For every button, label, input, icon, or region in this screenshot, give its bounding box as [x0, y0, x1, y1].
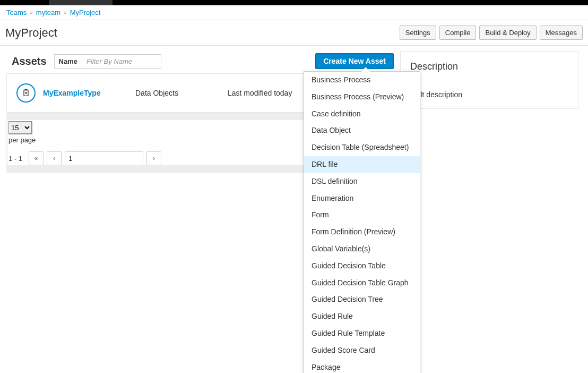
dropdown-item[interactable]: DRL file: [304, 156, 420, 173]
filter-name-input[interactable]: [82, 54, 161, 69]
compile-button[interactable]: Compile: [439, 26, 477, 40]
per-page-label: per page: [8, 136, 36, 144]
description-panel: Description fault description: [400, 51, 578, 109]
dropdown-item[interactable]: Guided Decision Table: [304, 258, 420, 275]
header-bar: MyProject Settings Compile Build & Deplo…: [0, 20, 588, 46]
dropdown-item[interactable]: Guided Decision Table Graph: [304, 275, 420, 292]
create-asset-dropdown: Business ProcessBusiness Process (Previe…: [304, 71, 420, 373]
pager-range: 1 - 1: [8, 155, 25, 163]
dropdown-item[interactable]: Form: [304, 207, 420, 224]
breadcrumb-myteam[interactable]: myteam: [36, 9, 60, 16]
pager-prev-button[interactable]: ‹: [47, 151, 62, 165]
app-top-bar: [0, 0, 588, 5]
dropdown-item[interactable]: Data Object: [304, 122, 420, 139]
dropdown-caret-icon: [361, 67, 370, 72]
data-object-icon: [16, 83, 36, 103]
asset-type: Data Objects: [135, 89, 220, 97]
page-title: MyProject: [5, 26, 57, 40]
build-deploy-button[interactable]: Build & Deploy: [479, 26, 536, 40]
dropdown-item[interactable]: Form Definition (Preview): [304, 224, 420, 241]
dropdown-item[interactable]: Case definition: [304, 106, 420, 123]
asset-modified: Last modified today: [228, 89, 292, 97]
chevron-right-icon: »: [30, 10, 33, 15]
dropdown-item[interactable]: Business Process (Preview): [304, 89, 420, 106]
messages-button[interactable]: Messages: [540, 26, 583, 40]
top-bar-active-tab: [49, 0, 113, 5]
dropdown-item[interactable]: Package: [304, 359, 420, 373]
settings-button[interactable]: Settings: [400, 26, 436, 40]
description-title: Description: [410, 61, 568, 72]
dropdown-item[interactable]: Guided Rule: [304, 308, 420, 325]
chevron-right-icon: »: [64, 10, 67, 15]
filter-group: Name: [54, 54, 161, 69]
create-new-asset-button[interactable]: Create New Asset: [315, 53, 394, 69]
dropdown-item[interactable]: Global Variable(s): [304, 241, 420, 258]
asset-name-link[interactable]: MyExampleType: [43, 89, 128, 97]
description-text: fault description: [410, 90, 568, 99]
breadcrumb-myproject[interactable]: MyProject: [70, 9, 101, 16]
dropdown-item[interactable]: DSL definition: [304, 173, 420, 190]
breadcrumb: Teams » myteam » MyProject: [0, 5, 588, 20]
pager-next-button[interactable]: ›: [146, 151, 161, 165]
dropdown-item[interactable]: Guided Rule Template: [304, 325, 420, 342]
pager-first-button[interactable]: «: [29, 151, 44, 165]
dropdown-item[interactable]: Enumeration: [304, 190, 420, 207]
breadcrumb-teams[interactable]: Teams: [6, 9, 27, 16]
dropdown-item[interactable]: Guided Score Card: [304, 342, 420, 359]
dropdown-item[interactable]: Business Process: [304, 72, 420, 89]
header-buttons: Settings Compile Build & Deploy Messages: [400, 26, 583, 40]
dropdown-item[interactable]: Guided Decision Tree: [304, 291, 420, 308]
dropdown-item[interactable]: Decision Table (Spreadsheet): [304, 139, 420, 156]
assets-title: Assets: [12, 55, 47, 67]
per-page-select[interactable]: 15: [8, 121, 32, 134]
filter-label: Name: [54, 54, 82, 69]
svg-rect-0: [24, 90, 28, 96]
pager-page-input[interactable]: [65, 151, 143, 165]
